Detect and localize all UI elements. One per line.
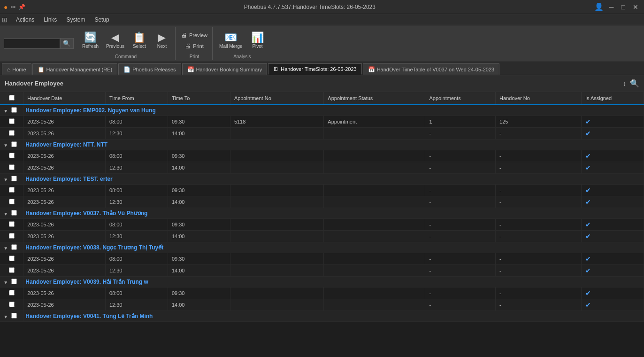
refresh-button[interactable]: 🔄 Refresh — [79, 31, 101, 51]
group-checkbox[interactable] — [11, 279, 17, 284]
search-icon[interactable]: 🔍 — [630, 79, 639, 88]
group-chevron-icon[interactable]: ▼ — [3, 280, 8, 285]
handover-timetable-icon: 📅 — [368, 66, 375, 73]
group-checkbox[interactable] — [11, 244, 17, 250]
minimize-button[interactable]: ─ — [607, 3, 616, 11]
row-checkbox[interactable] — [9, 199, 15, 204]
group-checkbox[interactable] — [11, 107, 17, 113]
row-date: 2023-05-26 — [23, 299, 106, 311]
group-label-cell: Handover Employee: EMP002. Nguyen van Hu… — [23, 105, 644, 116]
group-collapse-cell[interactable]: ▼ — [0, 140, 23, 150]
row-checkbox[interactable] — [9, 302, 15, 307]
col-header-checkbox[interactable] — [0, 92, 23, 105]
row-handover-no: - — [496, 219, 582, 231]
tab-handover-timetable[interactable]: 📅 HandOver TimeTable of V0037 on Wed 24-… — [363, 63, 500, 75]
tab-phoebus-releases[interactable]: 📄 Phoebus Releases — [118, 63, 181, 75]
menu-item-system[interactable]: System — [61, 16, 90, 24]
group-checkbox[interactable] — [11, 176, 17, 181]
row-is-assigned: ✔ — [581, 150, 644, 162]
next-button[interactable]: ▶ Next — [152, 31, 172, 51]
row-is-assigned: ✔ — [581, 265, 644, 277]
group-collapse-cell[interactable]: ▼ — [0, 311, 23, 322]
col-header-isassigned[interactable]: Is Assigned — [581, 92, 644, 105]
group-collapse-cell[interactable]: ▼ — [0, 242, 23, 253]
tab-home[interactable]: ⌂ Home — [2, 63, 31, 75]
row-checkbox-cell[interactable] — [0, 185, 23, 196]
tab-phoebus-releases-label: Phoebus Releases — [132, 67, 176, 72]
row-checkbox-cell[interactable] — [0, 231, 23, 242]
row-appt-no — [230, 299, 323, 311]
tab-handover-timeslots[interactable]: 🗓 Handover TimeSlots: 26-05-2023 — [268, 63, 361, 75]
col-header-appts[interactable]: Appointments — [425, 92, 496, 105]
row-checkbox-cell[interactable] — [0, 265, 23, 277]
row-checkbox[interactable] — [9, 290, 15, 295]
row-handover-no: - — [496, 185, 582, 196]
search-input[interactable] — [4, 39, 60, 49]
pivot-button[interactable]: 📊 Pivot — [247, 31, 268, 51]
row-checkbox[interactable] — [9, 118, 15, 124]
title-bar-title: Phoebus 4.7.7.537:Handover TimeSlots: 26… — [25, 4, 594, 10]
row-checkbox-cell[interactable] — [0, 253, 23, 265]
group-collapse-cell[interactable]: ▼ — [0, 105, 23, 116]
group-chevron-icon[interactable]: ▼ — [3, 314, 8, 319]
handover-table: Handover Date Time From Time To Appointm… — [0, 92, 644, 322]
row-handover-no: 125 — [496, 116, 582, 128]
group-checkbox[interactable] — [11, 141, 17, 147]
close-button[interactable]: ✕ — [631, 3, 640, 11]
row-checkbox[interactable] — [9, 221, 15, 227]
tab-handover-booking[interactable]: 📅 Handover Booking Summary — [182, 63, 268, 75]
maximize-button[interactable]: □ — [620, 3, 627, 11]
table-body: ▼ Handover Employee: EMP002. Nguyen van … — [0, 105, 644, 322]
group-checkbox[interactable] — [11, 210, 17, 216]
menu-item-setup[interactable]: Setup — [90, 16, 114, 24]
menu-item-links[interactable]: Links — [39, 16, 61, 24]
col-header-timefrom[interactable]: Time From — [105, 92, 168, 105]
row-is-assigned: ✔ — [581, 299, 644, 311]
row-date: 2023-05-26 — [23, 162, 106, 174]
table-container[interactable]: Handover Date Time From Time To Appointm… — [0, 92, 644, 357]
group-collapse-cell[interactable]: ▼ — [0, 174, 23, 185]
row-checkbox-cell[interactable] — [0, 150, 23, 162]
row-checkbox[interactable] — [9, 187, 15, 193]
sort-icon[interactable]: ↕ — [623, 80, 626, 87]
row-checkbox-cell[interactable] — [0, 116, 23, 128]
print-icon: 🖨 — [185, 42, 191, 49]
col-header-date[interactable]: Handover Date — [23, 92, 106, 105]
group-collapse-cell[interactable]: ▼ — [0, 208, 23, 219]
row-checkbox-cell[interactable] — [0, 128, 23, 140]
row-checkbox-cell[interactable] — [0, 299, 23, 311]
row-checkbox[interactable] — [9, 267, 15, 273]
col-header-timeto[interactable]: Time To — [168, 92, 230, 105]
row-checkbox-cell[interactable] — [0, 196, 23, 208]
print-button[interactable]: 🖨 Print — [183, 41, 206, 50]
col-header-handoverno[interactable]: Handover No — [496, 92, 582, 105]
row-checkbox[interactable] — [9, 233, 15, 239]
search-button[interactable]: 🔍 — [60, 38, 74, 49]
group-checkbox[interactable] — [11, 313, 17, 318]
col-header-apptstatus[interactable]: Appointment Status — [324, 92, 425, 105]
row-time-to: 09:30 — [168, 287, 230, 299]
group-chevron-icon[interactable]: ▼ — [3, 211, 8, 217]
row-checkbox[interactable] — [9, 164, 15, 170]
previous-button[interactable]: ◀ Previous — [103, 31, 127, 51]
checked-icon: ✔ — [585, 255, 591, 263]
group-chevron-icon[interactable]: ▼ — [3, 143, 8, 148]
row-checkbox[interactable] — [9, 153, 15, 158]
row-checkbox-cell[interactable] — [0, 287, 23, 299]
row-checkbox-cell[interactable] — [0, 219, 23, 231]
group-chevron-icon[interactable]: ▼ — [3, 246, 8, 251]
menu-item-actions[interactable]: Actions — [11, 16, 39, 24]
row-checkbox[interactable] — [9, 256, 15, 261]
col-header-apptno[interactable]: Appointment No — [230, 92, 323, 105]
row-checkbox[interactable] — [9, 130, 15, 136]
tab-handover-mgmt[interactable]: 📋 Handover Management (RE) — [32, 63, 118, 75]
group-collapse-cell[interactable]: ▼ — [0, 277, 23, 287]
preview-button[interactable]: 🖨 Preview — [179, 31, 209, 39]
select-all-checkbox[interactable] — [9, 95, 15, 101]
group-chevron-icon[interactable]: ▼ — [3, 177, 8, 182]
row-checkbox-cell[interactable] — [0, 162, 23, 174]
row-appt-no — [230, 162, 323, 174]
group-chevron-icon[interactable]: ▼ — [3, 109, 8, 114]
mailmerge-button[interactable]: 📧 Mail Merge — [216, 31, 245, 51]
select-button[interactable]: 📋 Select — [129, 31, 150, 51]
